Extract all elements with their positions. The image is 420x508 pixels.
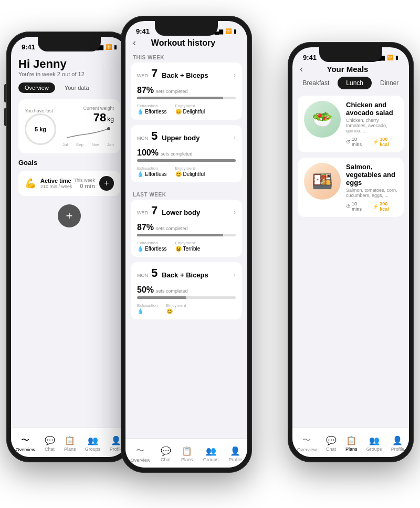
goal-week: This week (74, 178, 95, 183)
nav-plans-middle[interactable]: 📋 Plans (181, 446, 193, 462)
nav-chat-label-m: Chat (161, 457, 171, 462)
nav-plans-label-r: Plans (345, 447, 358, 452)
add-goal-button[interactable]: + (99, 176, 114, 191)
tab-lunch[interactable]: Lunch (338, 77, 372, 89)
kcal-icon-1: ⚡ (373, 139, 379, 144)
workout-name-row-2: MON 5 Upper body › (137, 130, 236, 145)
svg-point-0 (107, 127, 110, 130)
exhaustion-4: Exhaustion 💧 (137, 303, 158, 314)
nav-chat-label-r: Chat (326, 447, 336, 452)
chart-labels: Jul Sep Nov Jan (62, 142, 114, 147)
nav-bar-left: 〜 Overview 💬 Chat 📋 Plans 👥 Groups 👤 Pro… (11, 428, 128, 457)
nav-chat-left[interactable]: 💬 Chat (45, 436, 55, 452)
section-last-week: LAST WEEK (125, 188, 247, 200)
enjoyment-icon-4: 😊 (166, 308, 173, 314)
sets-pct-2: 100% (137, 148, 159, 158)
nav-plans-left[interactable]: 📋 Plans (64, 436, 76, 452)
battery-icon-m: ▮ (234, 28, 237, 34)
wifi-icon: 🛜 (106, 44, 112, 50)
workout-card-mon-5-lw: MON 5 Back + Biceps › 50% sets completed (131, 262, 242, 319)
tab-overview[interactable]: Overview (18, 82, 55, 93)
status-time-right: 9:41 (303, 54, 317, 61)
chevron-2[interactable]: › (234, 134, 236, 141)
goals-title: Goals (18, 159, 120, 167)
workout-card-wed-7: WED 7 Back + Biceps › 87% sets completed (131, 63, 242, 120)
sets-pct-3: 87% (137, 223, 154, 232)
exhaustion-val-1: 💧 Effortless (137, 109, 167, 115)
enjoyment-icon-2: 😊 (175, 171, 182, 177)
nav-bar-right: 〜 Overview 💬 Chat 📋 Plans 👥 Groups 👤 Pro… (292, 428, 409, 457)
workout-day-num-1: 7 (151, 68, 158, 79)
nav-chat-label: Chat (45, 447, 55, 452)
enjoyment-2: Enjoyment 😊 Delightful (175, 166, 205, 177)
chevron-4[interactable]: › (234, 271, 236, 278)
workout-day-num-2: 5 (151, 130, 158, 142)
nav-groups-label: Groups (85, 447, 101, 452)
tab-your-data[interactable]: Your data (58, 82, 96, 93)
profile-icon-m: 👤 (230, 446, 240, 456)
nav-profile-middle[interactable]: 👤 Profile (229, 446, 243, 462)
metrics-row-1: Exhaustion 💧 Effortless Enjoyment 😊 Deli… (137, 103, 236, 115)
progress-bg-3 (137, 234, 236, 236)
exhaustion-val-3: 💧 Effortless (137, 246, 167, 252)
meal-card-inner-2: 🍱 Salmon, vegetables and eggs Salmon, to… (298, 158, 404, 217)
nav-overview-label-m: Overview (131, 458, 151, 463)
nav-plans-label-m: Plans (181, 457, 193, 462)
enjoyment-3: Enjoyment 😫 Terrible (175, 241, 201, 252)
meal-ingredients-2: Salmon, tomatoes, corn, cucumbers, eggs,… (346, 188, 397, 198)
nav-profile-right[interactable]: 👤 Profile (391, 436, 405, 452)
groups-icon: 👥 (88, 436, 98, 445)
phone-right: 9:41 ▂▄▆ 🛜 ▮ ‹ Your Meals Breakfast Lunc… (288, 42, 414, 462)
nav-groups-label-m: Groups (203, 457, 219, 462)
workout-day-num-3: 7 (151, 205, 158, 216)
right-content: ‹ Your Meals Breakfast Lunch Dinner 🥗 Ch… (292, 64, 409, 252)
enjoyment-val-3: 😫 Terrible (175, 246, 201, 252)
meal-tabs: Breakfast Lunch Dinner (292, 77, 409, 89)
nav-groups-right[interactable]: 👥 Groups (366, 436, 382, 452)
weight-chart (67, 125, 114, 140)
nav-groups-left[interactable]: 👥 Groups (85, 436, 101, 452)
nav-overview-right[interactable]: 〜 Overview (297, 435, 317, 452)
chevron-3[interactable]: › (234, 209, 236, 216)
exhaustion-2: Exhaustion 💧 Effortless (137, 166, 167, 177)
meal-name-2: Salmon, vegetables and eggs (346, 163, 397, 186)
nav-overview-label-r: Overview (297, 447, 317, 452)
middle-screen: 9:41 ▂▄▆ 🛜 ▮ ‹ Workout history THIS WEEK… (125, 21, 247, 468)
goal-val: 0 min (74, 183, 95, 189)
exhaustion-1: Exhaustion 💧 Effortless (137, 103, 167, 115)
tab-breakfast[interactable]: Breakfast (295, 77, 338, 89)
exhaustion-icon-3: 💧 (137, 246, 143, 252)
workout-day-name-4: MON (137, 273, 148, 278)
meal-time-1: ⏱ 10 mins (346, 137, 368, 147)
exhaustion-3: Exhaustion 💧 Effortless (137, 241, 167, 252)
status-time-left: 9:41 (22, 43, 35, 51)
phone-left: 9:41 ▂▄▆ 🛜 ▮ Hi Jenny You're in week 2 o… (6, 32, 132, 462)
nav-overview-left[interactable]: 〜 Overview (16, 435, 36, 452)
overview-icon: 〜 (21, 435, 29, 446)
workout-header-2: MON 5 (137, 130, 158, 142)
exhaustion-label-3: Exhaustion (137, 241, 167, 245)
nav-plans-right[interactable]: 📋 Plans (345, 436, 358, 452)
groups-icon-m: 👥 (206, 446, 216, 456)
section-this-week: THIS WEEK (125, 50, 247, 63)
tab-dinner[interactable]: Dinner (372, 77, 407, 89)
clock-icon-1: ⏱ (346, 139, 351, 144)
nav-chat-middle[interactable]: 💬 Chat (161, 446, 171, 462)
progress-fill-4 (137, 296, 186, 299)
nav-overview-middle[interactable]: 〜 Overview (131, 445, 151, 463)
goal-emoji: 💪 (25, 178, 36, 189)
enjoyment-1: Enjoyment 😊 Delightful (175, 103, 205, 115)
sets-row-1: 87% sets completed (137, 86, 236, 95)
workout-day-name-1: WED (137, 73, 148, 78)
chevron-1[interactable]: › (234, 71, 236, 79)
exhaustion-icon-1: 💧 (137, 109, 143, 115)
workout-card-wed-7-lw: WED 7 Lower body › 87% sets completed (131, 200, 242, 257)
nav-plans-label: Plans (64, 447, 76, 452)
current-weight-label: Current weight (62, 106, 114, 111)
enjoyment-4: Enjoyment 😊 (166, 303, 186, 314)
nav-groups-middle[interactable]: 👥 Groups (203, 446, 219, 462)
nav-chat-right[interactable]: 💬 Chat (326, 436, 337, 452)
sets-pct-1: 87% (137, 86, 154, 95)
fab-button[interactable]: + (58, 204, 81, 227)
overview-icon-r: 〜 (302, 435, 311, 446)
